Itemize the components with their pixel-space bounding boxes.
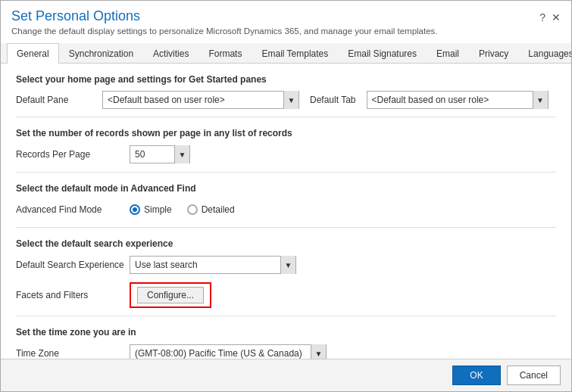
tab-email-templates[interactable]: Email Templates bbox=[252, 43, 338, 64]
records-per-page-label: Records Per Page bbox=[16, 149, 130, 160]
radio-detailed-circle bbox=[187, 204, 198, 215]
tab-languages[interactable]: Languages bbox=[518, 43, 572, 64]
time-zone-heading: Set the time zone you are in bbox=[16, 327, 556, 338]
records-per-page-select[interactable]: 50 ▼ bbox=[130, 145, 190, 163]
facets-label: Facets and Filters bbox=[16, 290, 130, 300]
ok-button[interactable]: OK bbox=[452, 366, 500, 385]
advanced-find-radio-group: Simple Detailed bbox=[130, 204, 235, 215]
default-pane-select[interactable]: <Default based on user role> ▼ bbox=[102, 91, 299, 109]
records-per-page-row: Records Per Page 50 ▼ bbox=[16, 145, 556, 164]
radio-simple[interactable]: Simple bbox=[130, 204, 172, 215]
search-experience-control: Use last search ▼ bbox=[130, 256, 556, 274]
footer-bar: OK Cancel bbox=[1, 359, 571, 391]
records-per-page-heading: Set the number of records shown per page… bbox=[16, 128, 556, 138]
title-bar: Set Personal Options Change the default … bbox=[1, 1, 571, 39]
help-icon[interactable]: ? bbox=[539, 11, 545, 23]
search-experience-value: Use last search bbox=[130, 260, 280, 270]
tab-privacy[interactable]: Privacy bbox=[469, 43, 518, 64]
dialog-subtitle: Change the default display settings to p… bbox=[11, 26, 438, 36]
radio-detailed[interactable]: Detailed bbox=[187, 204, 235, 215]
radio-detailed-label: Detailed bbox=[202, 204, 235, 215]
facets-control: Configure... bbox=[130, 282, 556, 308]
search-experience-arrow[interactable]: ▼ bbox=[280, 256, 295, 274]
tab-general[interactable]: General bbox=[7, 43, 59, 64]
advanced-find-label: Advanced Find Mode bbox=[16, 204, 130, 215]
search-experience-label: Default Search Experience bbox=[16, 260, 130, 270]
default-pane-label: Default Pane bbox=[16, 95, 92, 105]
close-icon[interactable]: ✕ bbox=[552, 11, 561, 23]
tab-email[interactable]: Email bbox=[427, 43, 469, 64]
advanced-find-row: Advanced Find Mode Simple Detailed bbox=[16, 200, 556, 219]
advanced-find-heading: Select the default mode in Advanced Find bbox=[16, 183, 556, 194]
tabs-bar: General Synchronization Activities Forma… bbox=[1, 43, 571, 64]
default-pane-arrow[interactable]: ▼ bbox=[283, 91, 299, 109]
time-zone-value: (GMT-08:00) Pacific Time (US & Canada) bbox=[130, 348, 311, 359]
default-tab-value: <Default based on user role> bbox=[367, 95, 533, 105]
radio-simple-circle bbox=[130, 204, 140, 215]
time-zone-control: (GMT-08:00) Pacific Time (US & Canada) ▼ bbox=[130, 344, 556, 359]
tab-activities[interactable]: Activities bbox=[143, 43, 198, 64]
radio-simple-label: Simple bbox=[144, 204, 172, 215]
default-tab-arrow[interactable]: ▼ bbox=[533, 91, 548, 109]
default-tab-select[interactable]: <Default based on user role> ▼ bbox=[367, 91, 549, 109]
configure-button[interactable]: Configure... bbox=[137, 287, 204, 303]
records-per-page-control: 50 ▼ bbox=[130, 145, 556, 163]
title-bar-left: Set Personal Options Change the default … bbox=[11, 8, 438, 36]
facets-highlighted-container: Configure... bbox=[130, 282, 211, 308]
title-bar-controls: ? ✕ bbox=[539, 11, 561, 23]
default-pane-value: <Default based on user role> bbox=[103, 95, 283, 105]
search-experience-select[interactable]: Use last search ▼ bbox=[130, 256, 296, 274]
time-zone-select[interactable]: (GMT-08:00) Pacific Time (US & Canada) ▼ bbox=[130, 344, 327, 359]
dialog-title: Set Personal Options bbox=[11, 8, 438, 24]
search-experience-row: Default Search Experience Use last searc… bbox=[16, 255, 556, 275]
home-page-heading: Select your home page and settings for G… bbox=[16, 74, 556, 85]
records-per-page-arrow[interactable]: ▼ bbox=[174, 145, 189, 163]
facets-filters-row: Facets and Filters Configure... bbox=[16, 282, 556, 308]
search-experience-heading: Select the default search experience bbox=[16, 238, 556, 249]
advanced-find-control: Simple Detailed bbox=[130, 204, 556, 215]
time-zone-label: Time Zone bbox=[16, 348, 130, 359]
default-pane-row: Default Pane <Default based on user role… bbox=[16, 91, 556, 109]
tab-synchronization[interactable]: Synchronization bbox=[59, 43, 143, 64]
content-area: Select your home page and settings for G… bbox=[1, 64, 571, 359]
cancel-button[interactable]: Cancel bbox=[507, 366, 561, 385]
time-zone-row: Time Zone (GMT-08:00) Pacific Time (US &… bbox=[16, 344, 556, 359]
tab-formats[interactable]: Formats bbox=[198, 43, 252, 64]
time-zone-arrow[interactable]: ▼ bbox=[311, 344, 326, 359]
tab-email-signatures[interactable]: Email Signatures bbox=[338, 43, 427, 64]
default-tab-label: Default Tab bbox=[310, 95, 356, 105]
records-per-page-value: 50 bbox=[130, 149, 174, 160]
